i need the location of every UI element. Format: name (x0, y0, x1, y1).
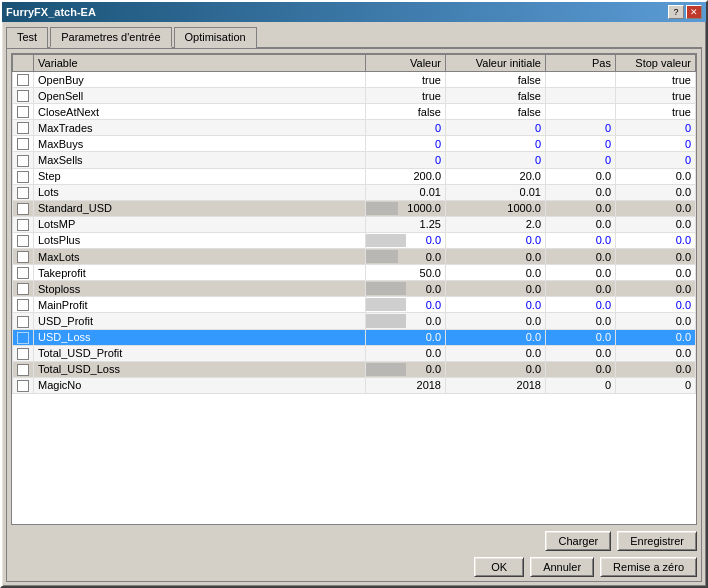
row-initial-value[interactable]: 0.0 (446, 249, 546, 265)
row-pas[interactable]: 0.0 (546, 313, 616, 329)
row-initial-value[interactable]: 20.0 (446, 168, 546, 184)
row-pas[interactable] (546, 72, 616, 88)
row-value[interactable]: 0.0 (366, 249, 446, 265)
checkbox[interactable] (17, 348, 29, 360)
row-pas[interactable]: 0.0 (546, 329, 616, 345)
row-pas[interactable]: 0.0 (546, 168, 616, 184)
row-initial-value[interactable]: 1000.0 (446, 200, 546, 216)
checkbox[interactable] (17, 155, 29, 167)
row-value[interactable]: 0 (366, 120, 446, 136)
checkbox[interactable] (17, 219, 29, 231)
enregistrer-button[interactable]: Enregistrer (617, 531, 697, 551)
table-row[interactable]: Stoploss0.00.00.00.0 (13, 281, 696, 297)
row-value[interactable]: 0.0 (366, 281, 446, 297)
row-initial-value[interactable]: 0 (446, 136, 546, 152)
row-stop-value[interactable]: true (616, 88, 696, 104)
row-pas[interactable]: 0 (546, 136, 616, 152)
row-stop-value[interactable]: 0.0 (616, 297, 696, 313)
row-stop-value[interactable]: true (616, 104, 696, 120)
checkbox[interactable] (17, 122, 29, 134)
row-stop-value[interactable]: 0.0 (616, 265, 696, 281)
row-initial-value[interactable]: 0 (446, 152, 546, 168)
table-row[interactable]: LotsPlus0.00.00.00.0 (13, 232, 696, 248)
table-row[interactable]: Standard_USD1000.01000.00.00.0 (13, 200, 696, 216)
row-stop-value[interactable]: 0.0 (616, 168, 696, 184)
tab-test[interactable]: Test (6, 27, 48, 48)
row-stop-value[interactable]: 0.0 (616, 249, 696, 265)
row-initial-value[interactable]: false (446, 104, 546, 120)
row-pas[interactable]: 0.0 (546, 297, 616, 313)
row-pas[interactable] (546, 104, 616, 120)
row-stop-value[interactable]: 0.0 (616, 216, 696, 232)
checkbox-selected[interactable] (17, 332, 29, 344)
row-pas[interactable]: 0.0 (546, 281, 616, 297)
row-value[interactable]: false (366, 104, 446, 120)
table-row[interactable]: MaxTrades0000 (13, 120, 696, 136)
row-value[interactable]: 0.0 (366, 345, 446, 361)
charger-button[interactable]: Charger (545, 531, 611, 551)
row-stop-value[interactable]: true (616, 72, 696, 88)
tab-parametres[interactable]: Parametres d'entrée (50, 27, 171, 48)
checkbox[interactable] (17, 203, 29, 215)
row-value[interactable]: 0.0 (366, 329, 446, 345)
ok-button[interactable]: OK (474, 557, 524, 577)
row-pas[interactable]: 0.0 (546, 361, 616, 377)
checkbox[interactable] (17, 187, 29, 199)
row-value[interactable]: 1000.0 (366, 200, 446, 216)
close-button[interactable]: ✕ (686, 5, 702, 19)
row-pas[interactable]: 0.0 (546, 345, 616, 361)
row-stop-value[interactable]: 0 (616, 136, 696, 152)
help-button[interactable]: ? (668, 5, 684, 19)
table-row[interactable]: CloseAtNextfalsefalsetrue (13, 104, 696, 120)
row-value[interactable]: 0.0 (366, 232, 446, 248)
table-row[interactable]: LotsMP1.252.00.00.0 (13, 216, 696, 232)
tab-optimisation[interactable]: Optimisation (174, 27, 257, 48)
table-row[interactable]: MaxLots0.00.00.00.0 (13, 249, 696, 265)
row-initial-value[interactable]: 0.0 (446, 297, 546, 313)
checkbox[interactable] (17, 380, 29, 392)
row-stop-value[interactable]: 0.0 (616, 329, 696, 345)
row-value[interactable]: 50.0 (366, 265, 446, 281)
row-value[interactable]: 0.0 (366, 313, 446, 329)
remise-button[interactable]: Remise a zéro (600, 557, 697, 577)
checkbox[interactable] (17, 283, 29, 295)
checkbox[interactable] (17, 90, 29, 102)
row-stop-value[interactable]: 0.0 (616, 345, 696, 361)
row-pas[interactable]: 0.0 (546, 249, 616, 265)
row-initial-value[interactable]: 2.0 (446, 216, 546, 232)
row-value[interactable]: 0.01 (366, 184, 446, 200)
row-value[interactable]: 0.0 (366, 361, 446, 377)
row-initial-value[interactable]: false (446, 72, 546, 88)
row-stop-value[interactable]: 0.0 (616, 184, 696, 200)
row-initial-value[interactable]: 2018 (446, 377, 546, 393)
row-pas[interactable]: 0.0 (546, 216, 616, 232)
row-pas[interactable]: 0.0 (546, 232, 616, 248)
checkbox[interactable] (17, 267, 29, 279)
row-pas[interactable] (546, 88, 616, 104)
row-pas[interactable]: 0 (546, 377, 616, 393)
row-value[interactable]: 200.0 (366, 168, 446, 184)
table-row[interactable]: MaxBuys0000 (13, 136, 696, 152)
row-stop-value[interactable]: 0.0 (616, 313, 696, 329)
table-row[interactable]: Lots0.010.010.00.0 (13, 184, 696, 200)
checkbox[interactable] (17, 299, 29, 311)
row-value[interactable]: true (366, 72, 446, 88)
table-row[interactable]: OpenSelltruefalsetrue (13, 88, 696, 104)
row-initial-value[interactable]: 0 (446, 120, 546, 136)
table-row[interactable]: USD_Profit0.00.00.00.0 (13, 313, 696, 329)
checkbox[interactable] (17, 106, 29, 118)
checkbox[interactable] (17, 251, 29, 263)
row-stop-value[interactable]: 0 (616, 152, 696, 168)
row-initial-value[interactable]: 0.0 (446, 329, 546, 345)
table-row[interactable]: USD_Loss0.00.00.00.0 (13, 329, 696, 345)
table-row[interactable]: Step200.020.00.00.0 (13, 168, 696, 184)
row-pas[interactable]: 0 (546, 120, 616, 136)
row-stop-value[interactable]: 0 (616, 377, 696, 393)
table-row[interactable]: Takeprofit50.00.00.00.0 (13, 265, 696, 281)
row-initial-value[interactable]: 0.01 (446, 184, 546, 200)
row-stop-value[interactable]: 0.0 (616, 281, 696, 297)
checkbox[interactable] (17, 235, 29, 247)
checkbox[interactable] (17, 74, 29, 86)
row-value[interactable]: 0 (366, 152, 446, 168)
table-row[interactable]: MagicNo2018201800 (13, 377, 696, 393)
